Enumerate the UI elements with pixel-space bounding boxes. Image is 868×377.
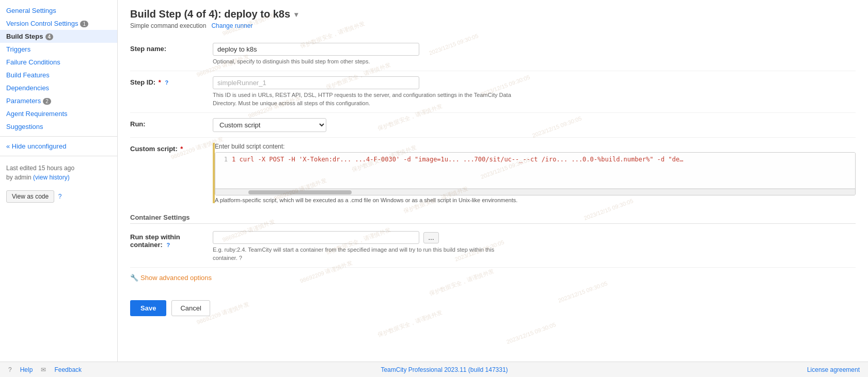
sidebar-item-failure-conditions[interactable]: Failure Conditions [0,56,117,69]
sidebar-item-version-control-settings[interactable]: Version Control Settings1 [0,17,117,30]
run-row: Run: Custom script File [130,113,856,138]
step-id-help-icon[interactable]: ? [165,79,168,86]
footer-center: TeamCity Professional 2023.11 (build 147… [381,366,508,373]
container-settings-header: Container Settings [130,208,856,224]
sidebar-item-build-features[interactable]: Build Features [0,69,117,81]
step-id-hint: This ID is used in URLs, REST API, DSL, … [213,91,512,107]
custom-script-required: * [180,145,183,153]
subtitle: Simple command execution Change runner [130,22,856,29]
sidebar-badge: 2 [43,98,51,105]
footer: ? Help ✉ Feedback TeamCity Professional … [0,362,868,377]
help-link[interactable]: Help [20,366,33,373]
container-hint-help[interactable]: ? [239,255,242,261]
scrollbar-track[interactable] [215,189,855,195]
save-button[interactable]: Save [130,300,166,316]
sidebar: General SettingsVersion Control Settings… [0,0,118,362]
help-icon: ? [8,366,12,373]
step-id-row: Step ID: * ? This ID is used in URLs, RE… [130,71,856,113]
run-label: Run: [130,118,213,128]
container-input[interactable] [213,231,419,244]
left-accent-bar [213,143,215,203]
step-id-label: Step ID: * ? [130,76,213,86]
run-within-container-help[interactable]: ? [166,242,170,248]
footer-left: ? Help ✉ Feedback [8,366,82,373]
action-buttons: Save Cancel [130,292,856,324]
step-name-row: Step name: Optional, specify to distingu… [130,38,856,71]
sidebar-item-hide-unconfigured[interactable]: « Hide unconfigured [0,140,117,153]
view-as-code-help-icon[interactable]: ? [58,193,62,200]
sidebar-divider [0,136,117,137]
custom-script-row: Custom script: * Enter build script cont… [130,138,856,208]
sidebar-item-parameters[interactable]: Parameters2 [0,94,117,107]
view-history-link[interactable]: (view history) [33,174,70,181]
feedback-link[interactable]: Feedback [54,366,82,373]
custom-script-field: Enter build script content: 1 1 curl -X … [213,143,856,203]
container-browse-button[interactable]: … [423,232,439,243]
sidebar-item-build-steps[interactable]: Build Steps4 [0,30,117,43]
view-as-code-button[interactable]: View as code [6,190,54,203]
sidebar-item-label: Version Control Settings [6,20,78,27]
sidebar-item-label: Suggestions [6,123,43,130]
step-name-field: Optional, specify to distinguish this bu… [213,43,856,65]
form-section: Step name: Optional, specify to distingu… [130,38,856,324]
step-name-label: Step name: [130,43,213,53]
script-hint: A platform-specific script, which will b… [215,197,856,203]
step-id-field: This ID is used in URLs, REST API, DSL, … [213,76,856,107]
step-name-hint: Optional, specify to distinguish this bu… [213,58,512,65]
sidebar-item-label: Triggers [6,45,30,53]
sidebar-item-label: Failure Conditions [6,58,60,66]
wrench-icon: 🔧 [130,274,138,282]
sidebar-item-dependencies[interactable]: Dependencies [0,81,117,94]
container-hint: E.g. ruby:2.4. TeamCity will start a con… [213,246,512,262]
run-within-container-row: Run step within container: ? … E.g. ruby… [130,226,856,268]
sidebar-item-label: Build Steps [6,32,43,40]
show-advanced-link[interactable]: 🔧 Show advanced options [130,274,212,282]
page-title-text: Build Step (4 of 4): deploy to k8s [130,8,290,20]
step-id-input[interactable] [213,76,419,89]
sidebar-meta: Last edited 15 hours ago by admin (view … [0,159,117,186]
run-within-container-field: … E.g. ruby:2.4. TeamCity will start a c… [213,231,856,262]
sidebar-item-label: Parameters [6,97,41,105]
run-select[interactable]: Custom script File [213,118,326,132]
sidebar-item-label: Dependencies [6,84,49,92]
sidebar-item-label: General Settings [6,7,56,14]
advanced-options-section: 🔧 Show advanced options [130,268,856,292]
script-area-wrapper[interactable]: 1 1 curl -X POST -H 'X-Token:dr... ...4-… [215,152,856,195]
sidebar-badge: 1 [80,21,88,27]
script-enter-label: Enter build script content: [215,143,856,150]
sidebar-item-label: Agent Requirements [6,110,68,118]
page-title-dropdown-icon[interactable]: ▾ [294,10,298,19]
sidebar-item-label: Build Features [6,71,50,79]
step-name-input[interactable] [213,43,419,56]
sidebar-badge: 4 [45,34,54,40]
run-field: Custom script File [213,118,856,132]
change-runner-link[interactable]: Change runner [211,22,252,29]
custom-script-label: Custom script: * [130,143,213,153]
sidebar-item-triggers[interactable]: Triggers [0,43,117,56]
feedback-icon: ✉ [41,366,46,373]
code-editor[interactable]: 1 1 curl -X POST -H 'X-Token:dr... ...4-… [215,153,855,189]
view-as-code-section: View as code ? [6,190,111,203]
sidebar-item-suggestions[interactable]: Suggestions [0,120,117,133]
cancel-button[interactable]: Cancel [171,300,210,316]
sidebar-item-agent-requirements[interactable]: Agent Requirements [0,107,117,120]
main-content: Build Step (4 of 4): deploy to k8s ▾ Sim… [118,0,868,362]
page-title: Build Step (4 of 4): deploy to k8s ▾ [130,8,856,20]
show-advanced-label: Show advanced options [140,274,212,282]
subtitle-text: Simple command execution [130,22,206,29]
footer-center-text: TeamCity Professional 2023.11 (build 147… [381,366,508,373]
scrollbar-thumb[interactable] [248,190,352,194]
code-line: 1 1 curl -X POST -H 'X-Token:dr... ...4-… [220,156,850,163]
license-agreement-link[interactable]: License agreement [807,366,860,373]
footer-right: License agreement [807,366,860,373]
sidebar-item-general-settings[interactable]: General Settings [0,4,117,17]
code-content: 1 curl -X POST -H 'X-Token:dr... ...4-F-… [232,156,683,163]
sidebar-divider-2 [0,156,117,156]
run-within-container-label: Run step within container: ? [130,231,213,249]
step-id-required: * [159,78,161,86]
by-admin-text: by admin [6,174,31,181]
last-edited-text: Last edited 15 hours ago [6,165,74,172]
